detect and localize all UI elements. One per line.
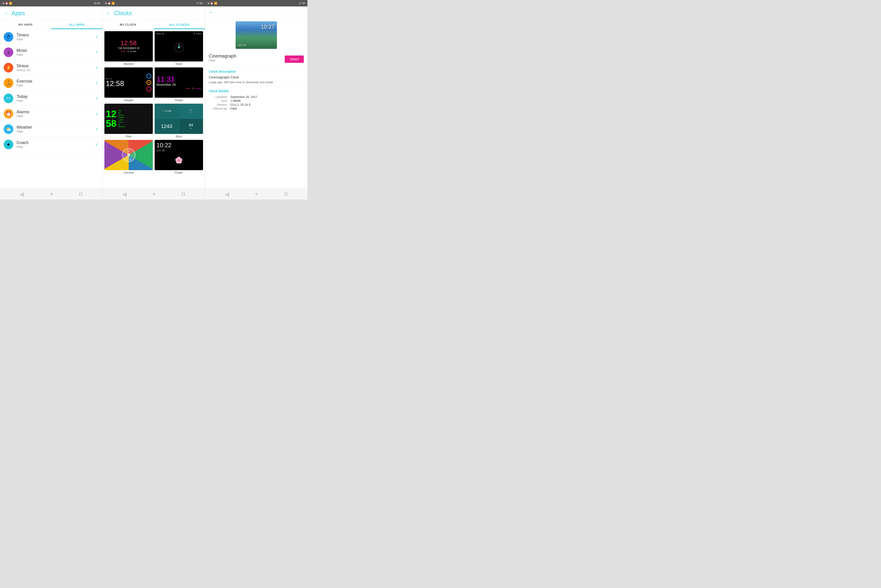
tab-all-apps[interactable]: ALL APPS [51, 20, 102, 29]
apps-panel: ← Apps MY APPS ALL APPS ⏱ Timers Fitbit … [0, 6, 102, 189]
status-time-2: 17:30 [196, 2, 203, 4]
clock-thumb-boxy: 🏃 12,345 JUL27 1243 84 ♥ [155, 104, 203, 134]
detail-label-version: Version: [209, 103, 230, 106]
clock-item-flower[interactable]: 10:22 Jun 28 🌸 Flower [155, 140, 203, 174]
clock-item-boxy[interactable]: 🏃 12,345 JUL27 1243 84 ♥ [155, 104, 203, 138]
detail-back-button[interactable]: ← [209, 10, 214, 16]
clock-item-simple[interactable]: 11:31 November 28 ♥ 86 🏃 10,437 Simple [155, 68, 203, 102]
clock-thumb-simple: 11:31 November 28 ♥ 86 🏃 10,437 [155, 68, 203, 98]
detail-label-offered: Offered by: [209, 107, 230, 110]
today-icon: ⠿⠿ [4, 94, 13, 103]
divider-2 [209, 87, 304, 87]
status-icons-left-2: ⊕ ⏰ 📶 [105, 2, 115, 5]
weather-check: ✓ [95, 127, 99, 132]
detail-label-size: Size: [209, 99, 230, 102]
timers-check: ✓ [95, 34, 99, 39]
weather-name: Weather [17, 125, 95, 130]
app-item-exercise[interactable]: 🏃 Exercise Fitbit ✓ [0, 75, 102, 91]
clock-item-stats[interactable]: 1258 WE 28 99,870 STEPS 1,298 CALS 81 08… [104, 104, 153, 138]
exercise-check: ✓ [95, 81, 99, 86]
coach-name: Coach [17, 140, 95, 145]
app-item-music[interactable]: ♪ Music Fitbit ✓ [0, 45, 102, 60]
detail-value-updated: September 20, 2017 [230, 95, 303, 99]
weather-icon: ⛅ [4, 124, 13, 134]
clock-preview-image: 10:27 NOV 28 [236, 21, 277, 49]
detail-value-offered: Fitbit [230, 107, 303, 110]
music-dev: Fitbit [17, 53, 95, 56]
detail-panel: ← 10:27 NOV 28 Cinemagraph Fitbit Select… [205, 6, 308, 189]
music-icon: ♪ [4, 48, 13, 57]
clock-details-table: Updated: September 20, 2017 Size: 1.48MB… [209, 95, 304, 111]
nav-bar: ◁ ○ □ ◁ ○ □ ◁ ○ □ [0, 189, 308, 200]
timers-info: Timers Fitbit [17, 33, 95, 41]
nav-back-3[interactable]: ◁ [223, 190, 231, 198]
app-item-coach[interactable]: ★ Coach Fitbit ✓ [0, 137, 102, 152]
detail-info: Cinemagraph Fitbit Select Clock Descript… [205, 51, 308, 114]
clock-thumb-moment: 12:58 TUE NOVEMBER 28 ♥ 84 🏃 12,345 [104, 31, 153, 62]
alarms-check: ✓ [95, 111, 99, 116]
apps-back-button[interactable]: ← [4, 10, 9, 16]
music-check: ✓ [95, 50, 99, 55]
nav-home-1[interactable]: ○ [48, 190, 55, 198]
clock-thumb-sleek: WED 30 🏃 8,000 [155, 31, 203, 62]
details-heading: Clock Details [209, 89, 304, 93]
weather-info: Weather Fitbit [17, 125, 95, 133]
app-item-strava[interactable]: ⚡ Strava Strava, Inc. ✓ [0, 60, 102, 75]
app-item-timers[interactable]: ⏱ Timers Fitbit ✓ [0, 29, 102, 45]
clock-item-moment[interactable]: 12:58 TUE NOVEMBER 28 ♥ 84 🏃 12,345 Mome… [104, 31, 153, 66]
nav-menu-3[interactable]: □ [282, 190, 290, 198]
app-item-weather[interactable]: ⛅ Weather Fitbit ✓ [0, 122, 102, 137]
nav-back-1[interactable]: ◁ [18, 190, 26, 198]
clock-item-gauges[interactable]: NOV 28 12:58 ♥ 🔥 ◇ Gauges [104, 68, 153, 102]
clock-thumb-stats: 1258 WE 28 99,870 STEPS 1,298 CALS 81 08… [104, 104, 153, 134]
description-heading: Clock Description [209, 70, 304, 74]
app-item-today[interactable]: ⠿⠿ Today Fitbit ✓ [0, 91, 102, 106]
nav-back-2[interactable]: ◁ [120, 190, 129, 198]
status-time-3: 17:30 [299, 2, 305, 4]
moment-stats: ♥ 84 🏃 12,345 [121, 50, 136, 52]
detail-panel-header: ← [205, 6, 308, 19]
clock-label-simple: Simple [175, 99, 183, 102]
nav-home-2[interactable]: ○ [150, 190, 158, 198]
clocks-panel-header: ← Clocks [102, 6, 205, 20]
clock-label-stats: Stats [126, 135, 132, 138]
detail-row-size: Size: 1.48MB [209, 99, 303, 102]
nav-section-1: ◁ ○ □ [0, 189, 102, 200]
tab-my-apps[interactable]: MY APPS [0, 20, 51, 29]
timers-name: Timers [17, 33, 95, 38]
status-icons-left-1: ⊕ ⏰ 📶 [2, 2, 12, 5]
timers-dev: Fitbit [17, 38, 95, 41]
nav-menu-1[interactable]: □ [77, 190, 84, 198]
coach-icon: ★ [4, 140, 13, 149]
tab-all-clocks[interactable]: ALL CLOCKS [154, 20, 205, 29]
detail-row-updated: Updated: September 20, 2017 [209, 95, 303, 99]
tab-my-clock[interactable]: MY CLOCK [102, 20, 154, 29]
nav-home-3[interactable]: ○ [253, 190, 260, 198]
detail-row-version: Version: CU1.1: 25.16.5 [209, 103, 303, 106]
clock-grid: 12:58 TUE NOVEMBER 28 ♥ 84 🏃 12,345 Mome… [102, 29, 205, 189]
exercise-icon: 🏃 [4, 78, 13, 88]
cinemagraph-time: 10:27 [261, 24, 275, 30]
clock-label-moment: Moment [124, 62, 134, 66]
music-name: Music [17, 48, 95, 53]
strava-check: ✓ [95, 65, 99, 70]
nav-menu-2[interactable]: □ [180, 190, 187, 198]
apps-panel-header: ← Apps [0, 6, 102, 20]
clock-thumb-gauges: NOV 28 12:58 ♥ 🔥 ◇ [104, 68, 153, 98]
detail-value-version: CU1.1: 25.16.5 [230, 103, 303, 106]
clocks-panel: ← Clocks MY CLOCK ALL CLOCKS 12:58 TUE N… [102, 6, 205, 189]
clocks-back-button[interactable]: ← [106, 10, 111, 16]
alarms-name: Alarms [17, 110, 95, 114]
clock-note: Large app. Will take time to download an… [209, 81, 304, 84]
clock-detail-name: Cinemagraph [209, 53, 236, 59]
clocks-tabs: MY CLOCK ALL CLOCKS [102, 20, 205, 29]
exercise-info: Exercise Fitbit [17, 79, 95, 87]
clock-item-carnival[interactable]: 43 8 JUL 25 Carnival [104, 140, 153, 174]
coach-dev: Fitbit [17, 145, 95, 148]
app-item-alarms[interactable]: ⏰ Alarms Fitbit ✓ [0, 106, 102, 122]
clock-item-sleek[interactable]: WED 30 🏃 8,000 Sleek [155, 31, 203, 66]
strava-dev: Strava, Inc. [17, 68, 95, 72]
apps-tabs: MY APPS ALL APPS [0, 20, 102, 29]
select-button[interactable]: Select [285, 56, 304, 63]
clock-thumb-flower: 10:22 Jun 28 🌸 [155, 140, 203, 170]
